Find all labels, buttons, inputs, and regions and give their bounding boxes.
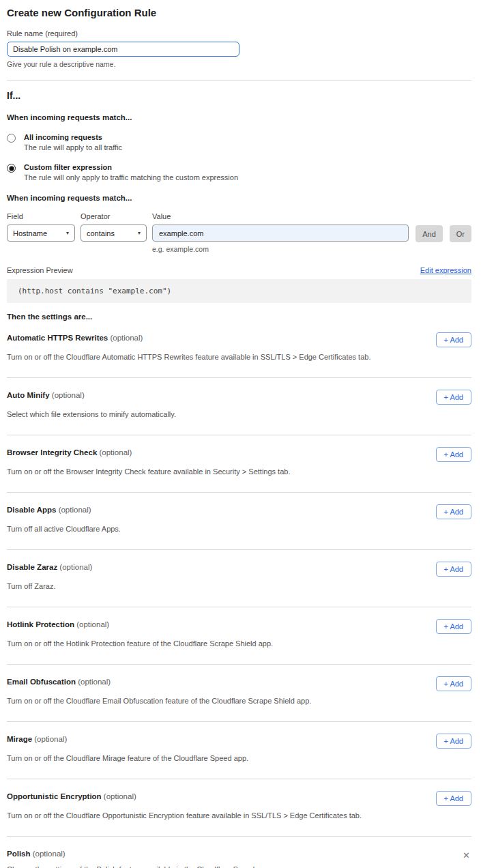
rule-name-helper: Give your rule a descriptive name. (7, 60, 471, 68)
setting-title: Disable Apps (7, 506, 56, 514)
close-icon[interactable]: ✕ (463, 851, 470, 860)
add-button[interactable]: + Add (436, 791, 471, 806)
create-configuration-rule-form: Create new Configuration Rule Rule name … (0, 0, 481, 868)
optional-tag: (optional) (78, 678, 111, 686)
if-heading: If... (7, 90, 471, 101)
optional-tag: (optional) (33, 850, 65, 858)
rule-name-input[interactable] (7, 42, 239, 57)
add-button[interactable]: + Add (436, 734, 471, 749)
radio-button[interactable] (7, 164, 16, 173)
setting-description: Change the settings of the Polish featur… (7, 865, 471, 868)
optional-tag: (optional) (110, 334, 143, 342)
and-button[interactable]: And (416, 225, 443, 242)
add-button[interactable]: + Add (436, 619, 471, 634)
field-select[interactable]: Hostname ▾ (7, 225, 75, 242)
rule-name-label: Rule name (required) (7, 29, 471, 38)
radio-button[interactable] (7, 134, 16, 143)
radio-option-label: Custom filter expression (24, 163, 238, 171)
setting-description: Turn on or off the Cloudflare Mirage fea… (7, 754, 471, 762)
setting-item-hotlink-protection: Hotlink Protection (optional) + Add Turn… (7, 607, 471, 665)
optional-tag: (optional) (76, 620, 109, 628)
setting-description: Turn on or off the Hotlink Protection fe… (7, 639, 471, 648)
operator-select[interactable]: contains ▾ (81, 225, 147, 242)
add-button[interactable]: + Add (436, 390, 471, 405)
value-helper: e.g. example.com (152, 245, 409, 253)
radio-option-custom-filter-expression[interactable]: Custom filter expression The rule will o… (7, 163, 471, 182)
setting-item-mirage: Mirage (optional) + Add Turn on or off t… (7, 722, 471, 779)
setting-item-automatic-https-rewrites: Automatic HTTPS Rewrites (optional) + Ad… (7, 321, 471, 378)
setting-description: Turn on or off the Cloudflare Email Obfu… (7, 697, 471, 705)
setting-title: Opportunistic Encryption (7, 792, 102, 800)
edit-expression-link[interactable]: Edit expression (420, 266, 471, 274)
then-settings-heading: Then the settings are... (7, 313, 471, 321)
setting-title: Disable Zaraz (7, 563, 57, 571)
expression-preview-header: Expression Preview Edit expression (7, 266, 471, 274)
optional-tag: (optional) (100, 448, 132, 457)
optional-tag: (optional) (104, 792, 136, 800)
operator-select-value: contains (87, 229, 115, 237)
page-title: Create new Configuration Rule (7, 7, 471, 18)
optional-tag: (optional) (52, 391, 85, 399)
field-label: Field (7, 212, 75, 220)
setting-title: Automatic HTTPS Rewrites (7, 334, 108, 342)
setting-item-opportunistic-encryption: Opportunistic Encryption (optional) + Ad… (7, 779, 471, 837)
settings-list: Automatic HTTPS Rewrites (optional) + Ad… (7, 321, 471, 868)
optional-tag: (optional) (34, 735, 67, 743)
setting-description: Select which file extensions to minify a… (7, 410, 471, 418)
setting-title: Auto Minify (7, 391, 50, 399)
optional-tag: (optional) (59, 506, 91, 514)
setting-title: Mirage (7, 735, 32, 743)
setting-item-disable-apps: Disable Apps (optional) + Add Turn off a… (7, 493, 471, 550)
setting-title: Hotlink Protection (7, 620, 74, 628)
setting-item-browser-integrity-check: Browser Integrity Check (optional) + Add… (7, 435, 471, 493)
setting-title: Browser Integrity Check (7, 448, 97, 457)
rule-name-group: Rule name (required) Give your rule a de… (7, 29, 471, 68)
setting-item-auto-minify: Auto Minify (optional) + Add Select whic… (7, 378, 471, 435)
expression-preview-code: (http.host contains "example.com") (7, 279, 471, 303)
add-button[interactable]: + Add (436, 447, 471, 462)
chevron-down-icon: ▾ (138, 230, 141, 236)
setting-description: Turn on or off the Cloudflare Automatic … (7, 353, 471, 361)
radio-option-all-incoming-requests[interactable]: All incoming requests The rule will appl… (7, 133, 471, 151)
chevron-down-icon: ▾ (66, 230, 69, 236)
operator-label: Operator (81, 212, 147, 220)
setting-description: Turn off all active Cloudflare Apps. (7, 525, 471, 533)
optional-tag: (optional) (59, 563, 92, 571)
radio-option-description: The rule will only apply to traffic matc… (24, 173, 238, 182)
field-select-value: Hostname (13, 229, 47, 237)
setting-description: Turn on or off the Cloudflare Opportunis… (7, 811, 471, 820)
radio-option-description: The rule will apply to all traffic (24, 143, 122, 151)
value-label: Value (152, 212, 409, 220)
setting-item-email-obfuscation: Email Obfuscation (optional) + Add Turn … (7, 665, 471, 722)
setting-item-polish: Polish (optional) ✕ Change the settings … (7, 837, 471, 868)
value-input[interactable] (152, 225, 409, 242)
radio-option-label: All incoming requests (24, 133, 122, 141)
setting-description: Turn on or off the Browser Integrity Che… (7, 467, 471, 476)
setting-description: Turn off Zaraz. (7, 582, 471, 590)
expression-builder-heading: When incoming requests match... (7, 194, 471, 202)
add-button[interactable]: + Add (436, 332, 471, 347)
setting-title: Polish (7, 850, 31, 858)
expression-preview-label: Expression Preview (7, 266, 73, 274)
expression-builder-row: Field Hostname ▾ Operator contains ▾ Val… (7, 212, 471, 253)
add-button[interactable]: + Add (436, 562, 471, 577)
or-button[interactable]: Or (450, 225, 471, 242)
add-button[interactable]: + Add (436, 504, 471, 519)
setting-item-disable-zaraz: Disable Zaraz (optional) + Add Turn off … (7, 550, 471, 607)
section-divider (7, 80, 471, 81)
add-button[interactable]: + Add (436, 676, 471, 691)
setting-title: Email Obfuscation (7, 678, 76, 686)
incoming-requests-match-heading: When incoming requests match... (7, 113, 471, 121)
